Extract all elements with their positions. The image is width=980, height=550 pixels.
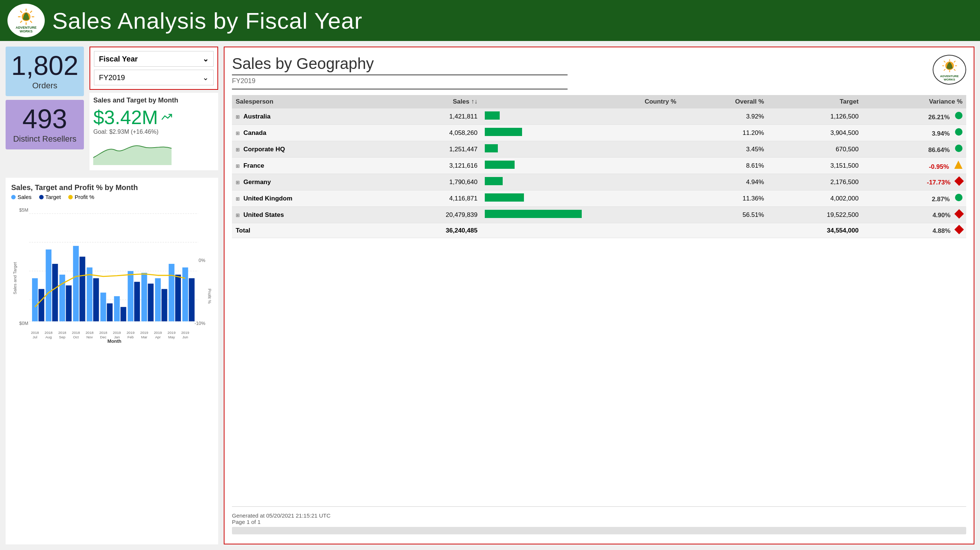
svg-rect-34 [142,273,147,321]
cell-sales: 4,116,871 [387,190,481,207]
cell-country-pct [585,141,680,158]
trend-icon [161,113,172,122]
cell-overall-pct: 3.45% [680,141,768,158]
profit-legend-dot [68,195,73,199]
profit-legend-label: Profit % [75,194,94,200]
target-legend-label: Target [46,194,61,200]
svg-text:Apr: Apr [155,335,161,339]
col-sales[interactable]: Sales ↑↓ [387,95,481,108]
table-row: ⊞ United States 20,479,839 56.51% 19,522… [232,207,966,223]
geo-logo-text: ADVENTUREWORKS [940,75,959,82]
geo-subtitle: FY2019 [232,77,568,89]
svg-rect-22 [59,275,65,321]
svg-line-75 [953,69,955,70]
geography-table: Salesperson Sales ↑↓ Country % Overall %… [232,95,966,238]
table-header-row: Salesperson Sales ↑↓ Country % Overall %… [232,95,966,108]
svg-rect-25 [80,257,85,322]
cell-sales: 20,479,839 [387,207,481,223]
svg-rect-24 [73,246,79,322]
svg-text:May: May [168,335,175,339]
legend-profit: Profit % [68,194,94,200]
orders-card: 1,802 Orders [6,47,84,96]
logo: ADVENTUREWORKS [8,4,45,37]
chevron-down-icon: ⌄ [202,54,209,63]
cell-country-pct [585,223,680,238]
svg-rect-21 [52,264,58,321]
svg-rect-28 [100,293,106,321]
fiscal-year-value[interactable]: FY2019 ⌄ [94,70,214,86]
cell-salesperson: ⊞ Germany [232,174,387,190]
svg-text:Profit %: Profit % [207,289,212,304]
cell-salesperson: ⊞ United States [232,207,387,223]
svg-rect-31 [121,307,126,322]
sales-goal: Goal: $2.93M (+16.46%) [93,128,215,135]
svg-line-77 [943,69,945,70]
svg-line-74 [943,61,945,62]
chevron-down-icon-2: ⌄ [202,73,209,82]
table-row: ⊞ Canada 4,058,260 11.20% 3,904,500 3.94… [232,125,966,141]
fiscal-year-selector[interactable]: Fiscal Year ⌄ FY2019 ⌄ [89,47,218,90]
cell-overall-pct: 11.36% [680,190,768,207]
table-row: ⊞ Australia 1,421,811 3.92% 1,126,500 26… [232,108,966,125]
cell-bar [481,207,585,223]
geo-title-block: Sales by Geography FY2019 [232,55,568,93]
svg-rect-18 [32,278,38,322]
svg-rect-36 [155,278,161,322]
geo-footer: Generated at 05/20/2021 21:15:21 UTCPage… [232,506,966,525]
cell-salesperson: ⊞ Australia [232,108,387,125]
svg-rect-32 [127,271,133,321]
cell-country-pct [585,174,680,190]
orders-label: Orders [32,81,57,90]
cell-variance: 26.21% [862,108,966,125]
cell-variance: 4.88% [862,223,966,238]
cell-sales: 1,421,811 [387,108,481,125]
cell-overall-pct [680,223,768,238]
svg-rect-33 [134,282,140,321]
svg-rect-27 [93,278,99,322]
svg-rect-37 [161,289,167,322]
cell-variance: -0.95% [862,158,966,174]
legend-target: Target [39,194,61,200]
svg-text:0%: 0% [199,258,205,263]
svg-text:Mar: Mar [141,335,147,339]
kpi-cards: 1,802 Orders 493 Distinct Resellers [6,47,84,168]
cell-target: 34,554,000 [768,223,862,238]
cell-salesperson: ⊞ Corporate HQ [232,141,387,158]
svg-text:Jun: Jun [182,335,188,339]
svg-rect-29 [107,303,113,321]
col-salesperson: Salesperson [232,95,387,108]
header: ADVENTUREWORKS Sales Analysis by Fiscal … [0,0,980,41]
scrollbar[interactable] [232,527,966,534]
svg-line-6 [30,21,32,23]
svg-text:2019: 2019 [181,331,189,334]
cell-salesperson: ⊞ France [232,158,387,174]
table-row: Total 36,240,485 34,554,000 4.88% [232,223,966,238]
fiscal-year-dropdown[interactable]: Fiscal Year ⌄ [94,51,214,67]
chart-area: $5M $0M 0% -10% [11,204,213,346]
cell-variance: 2.87% [862,190,966,207]
col-variance: Variance % [862,95,966,108]
svg-rect-26 [87,268,92,322]
svg-text:2019: 2019 [113,331,121,334]
svg-rect-40 [182,268,188,322]
chart-section: Sales, Target and Profit % by Month Sale… [6,178,218,544]
logo-text: ADVENTUREWORKS [16,26,37,33]
resellers-card: 493 Distinct Resellers [6,100,84,149]
svg-text:Jul: Jul [32,335,37,339]
svg-rect-30 [114,296,120,322]
geo-logo-icon [939,58,960,75]
cell-salesperson: ⊞ United Kingdom [232,190,387,207]
svg-text:2019: 2019 [126,331,134,334]
table-row: ⊞ France 3,121,616 8.61% 3,151,500 -0.95… [232,158,966,174]
main-chart-svg: $5M $0M 0% -10% [11,204,213,346]
svg-text:Nov: Nov [86,335,93,339]
svg-text:2018: 2018 [58,331,66,334]
cell-bar [481,223,585,238]
logo-icon [17,8,35,26]
legend-sales: Sales [11,194,32,200]
cell-variance: 3.94% [862,125,966,141]
svg-text:2018: 2018 [45,331,52,334]
svg-rect-35 [148,284,153,321]
col-country-pct: Country % [585,95,680,108]
cell-target: 19,522,500 [768,207,862,223]
